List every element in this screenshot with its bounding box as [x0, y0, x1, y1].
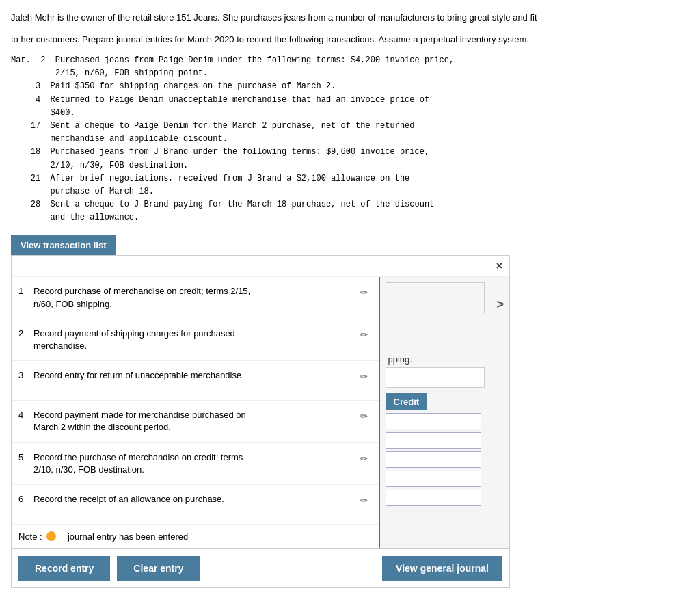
list-item: 3 Record entry for return of unacceptabl… — [12, 361, 379, 401]
credit-input-2[interactable] — [386, 432, 481, 449]
item-desc-6: Record the receipt of an allowance on pu… — [33, 493, 356, 505]
credit-input-3[interactable] — [386, 451, 481, 468]
bottom-bar: Record entry Clear entry View general jo… — [12, 548, 509, 587]
panel-body: 1 Record purchase of merchandise on cred… — [12, 277, 509, 548]
item-desc-3: Record entry for return of unacceptable … — [33, 369, 356, 382]
item-desc-1: Record purchase of merchandise on credit… — [33, 285, 356, 310]
panel-container: × 1 Record purchase of merchandise on cr… — [11, 255, 510, 588]
item-num-1: 1 — [18, 285, 33, 296]
list-item: 2 Record payment of shipping charges for… — [12, 319, 379, 361]
item-num-4: 4 — [18, 409, 33, 420]
edit-btn-4[interactable] — [356, 409, 372, 423]
list-item: 5 Record the purchase of merchandise on … — [12, 443, 379, 485]
dot-icon — [46, 531, 56, 541]
item-num-3: 3 — [18, 369, 33, 380]
list-item: 1 Record purchase of merchandise on cred… — [12, 277, 379, 319]
list-item: 6 Record the receipt of an allowance on … — [12, 485, 379, 525]
journal-panel: > pping. Credit — [380, 277, 509, 548]
input-row-2 — [386, 432, 504, 449]
edit-btn-1[interactable] — [356, 285, 372, 299]
item-desc-4: Record payment made for merchandise purc… — [33, 409, 356, 434]
item-num-2: 2 — [18, 328, 33, 339]
view-transaction-btn[interactable]: View transaction list — [11, 235, 116, 255]
edit-btn-5[interactable] — [356, 451, 372, 465]
clear-entry-button[interactable]: Clear entry — [117, 556, 200, 581]
input-row-3 — [386, 451, 504, 468]
note-label: Note : — [18, 531, 42, 542]
transaction-list: 1 Record purchase of merchandise on cred… — [12, 277, 380, 548]
record-entry-button[interactable]: Record entry — [18, 556, 110, 581]
credit-input-5[interactable] — [386, 490, 481, 506]
intro-line1: Jaleh Mehr is the owner of the retail st… — [11, 11, 689, 25]
view-general-journal-button[interactable]: View general journal — [382, 556, 502, 581]
transactions-block: Mar. 2 Purchased jeans from Paige Denim … — [11, 54, 689, 224]
item-desc-5: Record the purchase of merchandise on cr… — [33, 451, 356, 476]
edit-btn-6[interactable] — [356, 493, 372, 507]
note-row: Note : = journal entry has been entered — [12, 525, 379, 548]
input-row-5 — [386, 490, 504, 506]
item-desc-2: Record payment of shipping charges for p… — [33, 328, 356, 352]
panel-header: × — [12, 256, 509, 277]
input-row-4 — [386, 471, 504, 487]
note-text: = journal entry has been entered — [60, 531, 189, 542]
chevron-right-icon[interactable]: > — [496, 298, 504, 312]
partial-text: pping. — [388, 354, 504, 365]
credit-input-1[interactable] — [386, 413, 481, 429]
credit-input-4[interactable] — [386, 471, 481, 487]
credit-button[interactable]: Credit — [386, 393, 428, 410]
edit-btn-3[interactable] — [356, 369, 372, 383]
edit-btn-2[interactable] — [356, 328, 372, 341]
input-row-1 — [386, 413, 504, 429]
item-num-5: 5 — [18, 451, 33, 462]
journal-panel-inner: > pping. Credit — [380, 277, 509, 548]
list-item: 4 Record payment made for merchandise pu… — [12, 401, 379, 442]
intro-line2: to her customers. Prepare journal entrie… — [11, 33, 689, 47]
close-button[interactable]: × — [496, 260, 502, 272]
item-num-6: 6 — [18, 493, 33, 504]
